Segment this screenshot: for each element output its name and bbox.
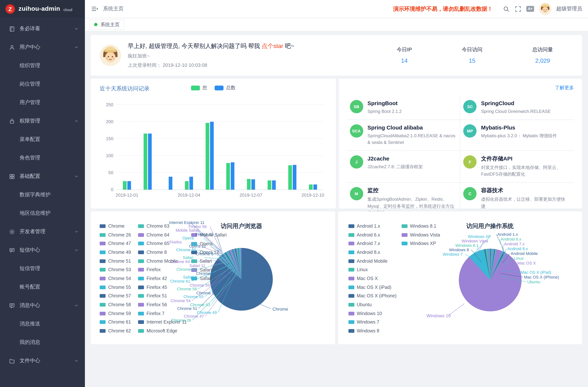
learn-more-link[interactable]: 了解更多 (555, 84, 574, 91)
sidebar-subitem[interactable]: 数据字典维护 (0, 185, 85, 204)
sidebar-item-book[interactable]: 务必详看 (0, 20, 85, 38)
legend-item[interactable]: Chrome 55 (100, 283, 131, 292)
legend-label: Windows XP (410, 241, 436, 246)
legend-item[interactable]: Chrome 53 (100, 265, 131, 274)
legend-swatch (348, 233, 354, 237)
sidebar-subitem[interactable]: 我的消息 (0, 333, 85, 352)
sidebar-item-chat[interactable]: 短信中心 (0, 241, 85, 259)
legend-item[interactable]: Windows 7 (348, 318, 397, 326)
fullscreen-icon[interactable] (515, 5, 522, 12)
legend-label: Chrome (108, 224, 125, 229)
legend-label: Windows 10 (357, 311, 382, 316)
tech-item-avatar: SC (463, 100, 477, 113)
tech-item-avatar: MP (463, 124, 477, 137)
legend-item[interactable]: Android 7.x (348, 239, 397, 248)
legend-label: Chrome 64 (147, 232, 169, 237)
sidebar-subitem[interactable]: 岗位管理 (0, 75, 85, 93)
tab-active-dot (94, 23, 97, 26)
legend-label: Mac OS X (357, 276, 378, 281)
legend-item[interactable]: Chrome 62 (100, 327, 131, 335)
logo-suffix: cloud (63, 8, 72, 12)
legend-item[interactable]: Android 6.x (348, 230, 397, 239)
sidebar-subitem[interactable]: 账号配置 (0, 278, 85, 296)
sidebar-subitem[interactable]: 消息推送 (0, 315, 85, 333)
collapse-menu-icon[interactable] (91, 5, 98, 13)
bar-group: 2019-12-10 (302, 105, 323, 190)
legend-item[interactable]: Chrome 47 (100, 239, 131, 248)
bar-您 (267, 180, 271, 190)
legend-item[interactable]: Chrome 26 (100, 230, 131, 239)
sidebar-subitem[interactable]: 角色管理 (0, 149, 85, 167)
legend-item[interactable]: Mac OS X (iPhone) (348, 292, 397, 300)
stat-block-2: 总访问量2,029 (532, 46, 553, 64)
book-icon (9, 26, 15, 32)
legend-swatch (138, 259, 144, 263)
legend-item[interactable]: Ubuntu (348, 300, 397, 309)
legend-item[interactable]: Chrome 57 (100, 292, 131, 300)
sidebar-item-folder[interactable]: 文件中心 (0, 352, 85, 370)
page-content: 早上好, 超级管理员, 今天帮别人解决问题了吗 帮我 点个star 吧~ 疯狂加… (85, 31, 588, 387)
legend-item[interactable]: Chrome 54 (100, 274, 131, 283)
tech-item-body: J2cacheJ2cache2.7.8: 二级缓存框架 (367, 155, 423, 170)
search-icon[interactable] (503, 5, 510, 12)
legend-item[interactable]: Chrome 58 (100, 300, 131, 309)
user-avatar[interactable] (539, 2, 551, 15)
font-size-icon[interactable]: A+ (526, 6, 534, 12)
logo-title: zuihou-admin (19, 5, 60, 13)
star-link[interactable]: 点个star (262, 43, 283, 49)
legend-item[interactable]: Windows Vista (401, 230, 440, 239)
pie-callout-label: Chrome 64 (170, 259, 190, 264)
legend-item[interactable]: Chrome 49 (100, 248, 131, 257)
sidebar-subitem[interactable]: 用户管理 (0, 93, 85, 112)
legend-item[interactable]: Chrome (100, 222, 131, 230)
sidebar-item-gear[interactable]: 开发者管理 (0, 223, 85, 241)
sidebar-subitem[interactable]: 短信管理 (0, 259, 85, 278)
legend-swatch (348, 294, 354, 298)
bar-group (220, 105, 241, 190)
tab-home[interactable]: 系统主页 (89, 19, 124, 30)
legend-item[interactable]: 总数 (215, 84, 236, 91)
legend-item[interactable]: Linux (348, 265, 397, 274)
legend-label: 您 (202, 84, 207, 91)
tech-item-title: 文件存储API (481, 155, 570, 162)
sidebar-item-lock[interactable]: 权限管理 (0, 112, 85, 130)
legend-item[interactable]: Android 1.x (348, 222, 397, 230)
message-icon (9, 302, 15, 309)
legend-item[interactable]: Windows 10 (348, 309, 397, 318)
legend-item[interactable]: Mac OS X (348, 274, 397, 283)
legend-item[interactable]: Android Mobile (348, 257, 397, 265)
legend-item[interactable]: 您 (191, 84, 207, 91)
app-logo[interactable]: Z zuihou-admin cloud (0, 0, 85, 18)
sidebar-item-message[interactable]: 消息中心 (0, 296, 85, 315)
sidebar-item-grid[interactable]: 基础配置 (0, 167, 85, 185)
legend-item[interactable]: Windows 8 (348, 327, 397, 335)
sidebar-menu: 务必详看用户中心组织管理岗位管理用户管理权限管理菜单配置角色管理基础配置数据字典… (0, 18, 85, 370)
legend-label: 总数 (226, 84, 236, 91)
legend-item[interactable]: Windows XP (401, 239, 440, 248)
username[interactable]: 超级管理员 (556, 5, 582, 12)
y-axis-label: 250 (106, 102, 113, 107)
legend-item[interactable]: Windows 8.1 (401, 222, 440, 230)
legend-item[interactable]: Chrome 59 (100, 309, 131, 318)
sidebar-subitem[interactable]: 地区信息维护 (0, 204, 85, 223)
sidebar-subitem[interactable]: 菜单配置 (0, 130, 85, 149)
legend-swatch (138, 242, 144, 245)
legend-item[interactable]: Mac OS X (iPad) (348, 283, 397, 292)
sidebar-subitem[interactable]: 组织管理 (0, 57, 85, 75)
legend-label: Windows 8.1 (410, 224, 436, 229)
legend-label: Firefox 56 (147, 302, 167, 307)
legend-item[interactable]: Chrome 51 (100, 257, 131, 265)
legend-label: Chrome 54 (108, 276, 131, 281)
sidebar-item-label: 文件中心 (20, 357, 74, 364)
y-axis-label: 150 (106, 136, 113, 141)
greeting-card: 早上好, 超级管理员, 今天帮别人解决问题了吗 帮我 点个star 吧~ 疯狂加… (91, 35, 582, 76)
legend-label: Chrome 65 (147, 241, 169, 246)
os-pie-card: 访问用户操作系统Android 1.xAndroid 6.xAndroid 7.… (338, 211, 582, 344)
legend-item[interactable]: Microsoft Edge (138, 327, 187, 335)
sidebar-item-user[interactable]: 用户中心 (0, 38, 85, 57)
legend-item[interactable]: Chrome 61 (100, 318, 131, 326)
legend-item[interactable]: Android 8.x (348, 248, 397, 257)
tech-item: SBSpringBootSpring Boot 2.1.2 (347, 96, 461, 120)
bar-总数 (272, 180, 275, 190)
legend-column: Android 1.xAndroid 6.xAndroid 7.xAndroid… (348, 222, 397, 335)
